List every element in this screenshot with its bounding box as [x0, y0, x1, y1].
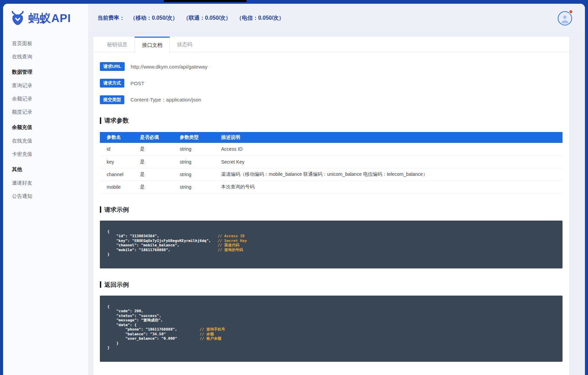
request-url-row: 请求URLhttp://www.dkym.com/api/gateway: [100, 62, 563, 71]
sidebar-item[interactable]: 邀请好友: [3, 176, 88, 190]
table-cell: string: [180, 181, 221, 193]
sidebar-group-header: 其他: [3, 163, 88, 176]
request-example-block: { "id": "3138034364",// Access ID "key":…: [100, 221, 563, 268]
content-column: 当前费率：（移动：0.050/次）（联通：0.050/次）（电信：0.050/次…: [89, 4, 585, 375]
code-text: "code": 200,: [107, 309, 200, 314]
code-line: {: [107, 229, 556, 234]
fee-rate: 当前费率：（移动：0.050/次）（联通：0.050/次）（电信：0.050/次…: [97, 15, 295, 22]
fee-rate-item: （联通：0.050/次）: [183, 15, 231, 21]
section-title-text: 请求参数: [104, 116, 129, 125]
sidebar-item[interactable]: 额度记录: [3, 106, 88, 119]
code-line: }: [107, 341, 556, 346]
table-row: mobile是string本次查询的号码: [100, 181, 563, 193]
request-method-value: POST: [130, 80, 144, 86]
code-line: {: [107, 304, 556, 309]
section-title-request-params: 请求参数: [100, 116, 563, 125]
code-text: "key": "EBOEGqUx7yIjcFyU8egvKEyrmilhj6dq…: [107, 239, 218, 243]
avatar-button[interactable]: [558, 11, 572, 25]
code-comment: // 查询的号码: [218, 248, 243, 252]
code-line: }: [107, 252, 556, 257]
column-header: 参数名: [100, 132, 140, 143]
top-notch: [164, 0, 247, 2]
table-cell: string: [180, 168, 221, 181]
param-table-header-row: 参数名是否必填参数类型描述说明: [100, 132, 563, 143]
request-method-row: 请求方式POST: [100, 79, 563, 88]
table-cell: 渠道编码（移动编码：mobile_balance 联通编码：unicom_bal…: [221, 168, 563, 181]
section-title-text: 请求示例: [104, 206, 129, 214]
code-text: "phone": "18611768888",: [107, 327, 200, 332]
table-cell: Access ID: [221, 143, 563, 155]
notification-dot: [569, 10, 573, 14]
fee-rate-label: 当前费率：: [97, 15, 125, 21]
table-cell: 是: [140, 181, 180, 193]
code-text: "message": "查询成功",: [107, 318, 200, 323]
sidebar-item[interactable]: 查询记录: [3, 79, 88, 92]
column-header: 是否必填: [140, 132, 180, 143]
tab-api-docs[interactable]: 接口文档: [135, 37, 170, 53]
code-line: "user_balance": "0.000"// 账户余额: [107, 336, 556, 341]
code-line: "message": "查询成功",: [107, 318, 556, 323]
code-comment: // Secret Key: [218, 239, 247, 243]
content-type-value: Content-Type：application/json: [130, 97, 201, 103]
card-body: 请求URLhttp://www.dkym.com/api/gateway请求方式…: [93, 52, 569, 375]
code-comment: // 余额: [200, 332, 214, 336]
request-meta: 请求URLhttp://www.dkym.com/api/gateway请求方式…: [100, 62, 563, 104]
fee-rate-item: （电信：0.050/次）: [236, 15, 284, 21]
sidebar-item[interactable]: 首页面板: [3, 37, 88, 50]
content-type-badge: 提交类型: [100, 95, 124, 104]
table-cell: string: [180, 155, 221, 168]
code-line: "phone": "18611768888",// 查询手机号: [107, 327, 556, 332]
table-cell: channel: [100, 168, 140, 181]
table-cell: key: [100, 155, 140, 168]
section-title-return-example: 返回示例: [100, 281, 563, 289]
table-cell: id: [100, 143, 140, 155]
code-line: "channel": "mobile_balance",// 渠道代码: [107, 243, 556, 248]
table-cell: string: [180, 143, 221, 155]
code-comment: // Access ID: [218, 234, 245, 238]
code-text: }: [107, 252, 218, 257]
sidebar-item[interactable]: 公告通知: [3, 190, 88, 203]
ant-logo-icon: [10, 11, 25, 26]
code-line: "key": "EBOEGqUx7yIjcFyU8egvKEyrmilhj6dq…: [107, 239, 556, 243]
code-text: "user_balance": "0.000": [107, 336, 200, 341]
code-text: }: [107, 341, 200, 346]
sidebar-group-header: 余额充值: [3, 120, 88, 134]
section-bar-icon: [100, 281, 101, 288]
code-line: }: [107, 345, 556, 350]
return-example-block: { "code": 200, "status": "success", "mes…: [100, 296, 563, 362]
section-bar-icon: [100, 206, 101, 213]
section-bar-icon: [100, 117, 101, 124]
table-cell: mobile: [100, 181, 140, 193]
table-row: id是stringAccess ID: [100, 143, 563, 155]
request-url-badge: 请求URL: [100, 62, 125, 71]
tab-status-codes[interactable]: 状态码: [170, 37, 199, 52]
code-line: "balance": "34.50"// 余额: [107, 332, 556, 337]
table-cell: 本次查询的号码: [221, 181, 563, 193]
code-line: "id": "3138034364",// Access ID: [107, 234, 556, 239]
sidebar-group-header: 数据管理: [3, 65, 88, 79]
section-title-request-example: 请求示例: [100, 206, 563, 214]
table-cell: Secret Key: [221, 155, 563, 168]
tab-key-info[interactable]: 秘钥信息: [100, 37, 135, 52]
column-header: 参数类型: [180, 132, 221, 143]
sidebar-item[interactable]: 在线查询: [3, 50, 88, 63]
code-text: "channel": "mobile_balance",: [107, 243, 218, 248]
fee-rate-item: （移动：0.050/次）: [130, 15, 178, 21]
request-url-value: http://www.dkym.com/api/gateway: [131, 64, 208, 70]
code-text: "mobile": "18611768888",: [107, 248, 218, 252]
tab-bar: 秘钥信息接口文档状态码: [93, 37, 569, 52]
code-text: }: [107, 345, 200, 350]
sidebar-item[interactable]: 余额记录: [3, 92, 88, 106]
table-cell: 是: [140, 143, 180, 155]
sidebar: 蚂蚁API 首页面板在线查询数据管理查询记录余额记录额度记录余额充值在线充值卡密…: [3, 4, 89, 375]
logo: 蚂蚁API: [3, 4, 88, 33]
code-comment: // 查询手机号: [200, 327, 225, 332]
code-line: "code": 200,: [107, 309, 556, 314]
content-type-row: 提交类型Content-Type：application/json: [100, 95, 563, 104]
table-row: key是stringSecret Key: [100, 155, 563, 168]
sidebar-item[interactable]: 在线充值: [3, 134, 88, 148]
code-text: "id": "3138034364",: [107, 234, 218, 239]
sidebar-nav: 首页面板在线查询数据管理查询记录余额记录额度记录余额充值在线充值卡密充值其他邀请…: [3, 33, 88, 203]
sidebar-item[interactable]: 卡密充值: [3, 148, 88, 161]
topbar: 当前费率：（移动：0.050/次）（联通：0.050/次）（电信：0.050/次…: [89, 4, 585, 33]
